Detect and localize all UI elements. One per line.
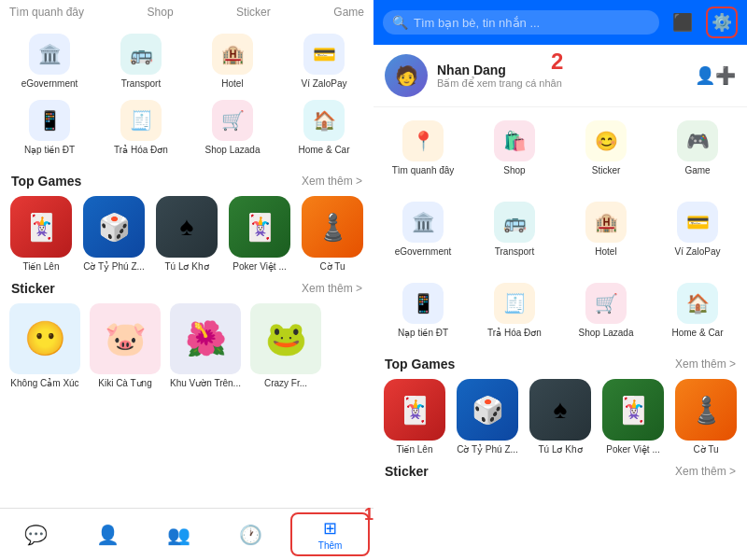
service-label-egovernment: eGovernment (21, 78, 78, 89)
right-game-icon-pokerviet: 🃏 (602, 379, 664, 441)
right-games-title: Top Games (385, 357, 455, 371)
right-service-trahoadon[interactable]: 🧾 Trả Hóa Đơn (469, 277, 560, 343)
game-icon-pokerviet: 🃏 (229, 196, 290, 258)
add-friend-icon[interactable]: 👤➕ (695, 65, 736, 86)
nav-history[interactable]: 🕐 (215, 509, 287, 560)
right-service-sticker[interactable]: 😊 Sticker (560, 115, 652, 181)
game-tienlenv-right[interactable]: 🃏 Tiến Lên (381, 379, 448, 455)
game-tienlenv-left[interactable]: 🃏 Tiến Lên (7, 196, 75, 272)
right-sticker-more[interactable]: Xem thêm > (675, 465, 736, 478)
right-svc-label-trahoadon: Trả Hóa Đơn (487, 328, 542, 338)
service-icon-hotel: 🏨 (212, 34, 253, 75)
right-service-shop[interactable]: 🛍️ Shop (469, 115, 560, 181)
left-nav-shop[interactable]: Shop (148, 6, 174, 19)
right-svc-icon-trahoadon: 🧾 (494, 283, 535, 324)
game-label-tulokhoo: Tú Lơ Khơ (153, 261, 220, 272)
right-game-label-cotu: Cờ Tu (672, 444, 740, 455)
service-egovernment[interactable]: 🏛️ eGovernment (4, 28, 95, 94)
left-nav-game[interactable]: Game (333, 6, 364, 19)
service-label-trahoadon: Trả Hóa Đơn (114, 145, 168, 155)
game-cotu-right[interactable]: ♟️ Cờ Tu (672, 379, 740, 455)
service-zalopay[interactable]: 💳 Ví ZaloPay (278, 28, 370, 94)
right-svc-icon-timquanhdây: 📍 (402, 120, 444, 161)
game-icon-cotu: ♟️ (302, 196, 363, 258)
profile-right: 👤➕ (695, 65, 736, 86)
game-tulokhoo-right[interactable]: ♠️ Tú Lơ Khơ (527, 379, 594, 455)
game-icon-tienlenv: 🃏 (10, 196, 72, 258)
service-icon-egovernment: 🏛️ (29, 34, 70, 75)
sticker-img-khuvuon: 🌺 (170, 303, 241, 374)
right-svc-label-homecar: Home & Car (671, 328, 723, 338)
right-service-shoplazada[interactable]: 🛒 Shop Lazada (560, 277, 652, 343)
search-bar[interactable]: 🔍 (383, 10, 659, 35)
nav-groups[interactable]: 👥 (144, 509, 216, 560)
left-games-row: 🃏 Tiến Lên 🎲 Cờ Tỷ Phú Z... ♠️ Tú Lơ Khơ… (0, 192, 374, 275)
right-service-transport[interactable]: 🚌 Transport (469, 196, 560, 262)
right-game-icon-tienlenv: 🃏 (384, 379, 445, 441)
nav-chat[interactable]: 💬 (0, 509, 72, 560)
chat-icon: 💬 (24, 524, 48, 546)
nav-them[interactable]: ⊞ Thêm 1 (290, 512, 370, 556)
left-games-title: Top Games (11, 174, 81, 189)
sticker-kikikatung[interactable]: 🐷 Kiki Cà Tưng (88, 303, 162, 388)
right-svc-label-sticker: Sticker (592, 165, 621, 175)
right-service-game[interactable]: 🎮 Game (652, 115, 743, 181)
game-pokerviet-right[interactable]: 🃏 Poker Việt ... (599, 379, 667, 455)
service-homecar[interactable]: 🏠 Home & Car (278, 94, 370, 161)
sticker-khuvuon[interactable]: 🌺 Khu Vườn Trên... (168, 303, 243, 388)
right-service-homecar[interactable]: 🏠 Home & Car (652, 277, 743, 343)
search-input[interactable] (414, 16, 650, 30)
sticker-crazyfrog[interactable]: 🐸 Crazy Fr... (248, 303, 323, 388)
right-svc-icon-sticker: 😊 (585, 120, 627, 161)
left-services-grid: 🏛️ eGovernment 🚌 Transport 🏨 Hotel 💳 Ví … (0, 21, 374, 168)
service-naptiendt[interactable]: 📱 Nạp tiền ĐT (4, 94, 95, 161)
game-cotyphuz-right[interactable]: 🎲 Cờ Tỷ Phú Z... (454, 379, 521, 455)
right-svc-label-hotel: Hotel (595, 246, 616, 257)
right-sticker-title: Sticker (385, 464, 429, 479)
service-transport[interactable]: 🚌 Transport (95, 28, 187, 94)
service-label-naptiendt: Nạp tiền ĐT (24, 145, 75, 155)
qr-button[interactable]: ⬛ (667, 7, 698, 38)
right-service-egovernment[interactable]: 🏛️ eGovernment (377, 196, 469, 262)
service-hotel[interactable]: 🏨 Hotel (187, 28, 278, 94)
right-services-row3: 📱 Nạp tiền ĐT 🧾 Trả Hóa Đơn 🛒 Shop Lazad… (374, 270, 747, 351)
game-cotu-left[interactable]: ♟️ Cờ Tu (299, 196, 366, 272)
game-label-cotu: Cờ Tu (299, 261, 366, 272)
right-service-naptiendt[interactable]: 📱 Nạp tiền ĐT (377, 277, 469, 343)
right-game-label-tienlenv: Tiến Lên (381, 444, 448, 455)
game-label-cotyphuz: Cờ Tỷ Phú Z... (80, 261, 148, 272)
left-sticker-more[interactable]: Xem thêm > (302, 282, 362, 295)
right-svc-label-game: Game (684, 165, 710, 175)
game-tulokhoo-left[interactable]: ♠️ Tú Lơ Khơ (153, 196, 220, 272)
left-games-more[interactable]: Xem thêm > (302, 175, 362, 188)
right-service-hotel[interactable]: 🏨 Hotel (560, 196, 652, 262)
service-label-transport: Transport (121, 78, 161, 89)
left-top-nav: Tìm quanh đây Shop Sticker Game (0, 0, 374, 21)
right-services-row2: 🏛️ eGovernment 🚌 Transport 🏨 Hotel 💳 Ví … (374, 189, 747, 270)
left-nav-sticker[interactable]: Sticker (236, 6, 271, 19)
gear-icon: ⚙️ (712, 12, 732, 33)
service-trahoadon[interactable]: 🧾 Trả Hóa Đơn (95, 94, 187, 161)
right-service-zalopay[interactable]: 💳 Ví ZaloPay (652, 196, 743, 262)
right-svc-label-naptiendt: Nạp tiền ĐT (398, 328, 448, 338)
nav-them-label: Thêm (318, 540, 343, 551)
service-shoplazada[interactable]: 🛒 Shop Lazada (187, 94, 278, 161)
right-game-icon-cotyphuz: 🎲 (457, 379, 518, 441)
right-service-timquanhdây[interactable]: 📍 Tìm quanh đây (377, 115, 469, 181)
service-icon-shoplazada: 🛒 (212, 100, 253, 141)
game-cotyphuz-left[interactable]: 🎲 Cờ Tỷ Phú Z... (80, 196, 148, 272)
sticker-label-khuvuon: Khu Vườn Trên... (168, 378, 243, 388)
right-games-more[interactable]: Xem thêm > (675, 357, 736, 371)
game-label-tienlenv: Tiến Lên (7, 261, 75, 272)
right-game-label-pokerviet: Poker Việt ... (599, 444, 667, 455)
left-nav-timquanhdây[interactable]: Tìm quanh đây (9, 6, 84, 19)
settings-button[interactable]: ⚙️ (706, 7, 738, 38)
right-svc-icon-shoplazada: 🛒 (585, 283, 627, 324)
right-header: 🔍 ⬛ ⚙️ 2 (374, 0, 747, 45)
service-label-homecar: Home & Car (298, 145, 349, 155)
sticker-khongcamxuc[interactable]: 😶 Không Cảm Xúc (7, 303, 82, 388)
search-icon: 🔍 (392, 15, 408, 30)
right-svc-icon-egovernment: 🏛️ (402, 202, 444, 243)
game-pokerviet-left[interactable]: 🃏 Poker Việt ... (226, 196, 293, 272)
nav-profile[interactable]: 👤 (72, 509, 144, 560)
